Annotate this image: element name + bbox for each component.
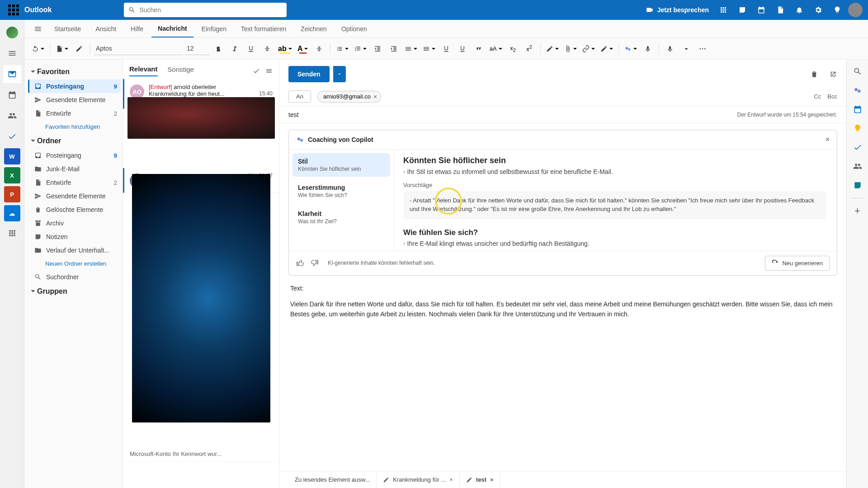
rr-todo[interactable]: [849, 139, 866, 155]
italic-button[interactable]: [227, 42, 242, 56]
close-tab-icon[interactable]: ×: [490, 476, 494, 483]
clear-format-button[interactable]: [312, 42, 326, 56]
rail-calendar[interactable]: [3, 86, 21, 104]
body-text[interactable]: Vielen Dank für Ihre netten Worte und da…: [290, 300, 835, 319]
folders-section[interactable]: Ordner: [28, 133, 121, 149]
thumbs-up-icon[interactable]: [296, 259, 304, 267]
bottom-tab-2[interactable]: Krankmeldung für ...×: [377, 471, 460, 488]
underline-button[interactable]: [244, 42, 258, 56]
search-input[interactable]: [139, 6, 282, 14]
hdr-icon-4[interactable]: [772, 2, 788, 18]
rail-item-1[interactable]: [3, 44, 21, 62]
remove-recipient-icon[interactable]: ×: [373, 93, 377, 100]
tab-help[interactable]: Hilfe: [124, 21, 150, 37]
rail-people[interactable]: [3, 107, 21, 125]
copilot-toolbar-button[interactable]: [623, 42, 639, 56]
to-button[interactable]: An: [288, 90, 311, 103]
nav-search-folder[interactable]: Suchordner: [28, 270, 121, 284]
tab-format[interactable]: Text formatieren: [235, 21, 292, 37]
mic-button[interactable]: [641, 42, 655, 56]
copilot-category-clarity[interactable]: Klarheit Was ist Ihr Ziel?: [292, 206, 390, 229]
hdr-icon-3[interactable]: [753, 2, 769, 18]
format-painter-button[interactable]: [72, 42, 86, 56]
tab-home[interactable]: Startseite: [48, 21, 87, 37]
settings-icon[interactable]: [810, 2, 826, 18]
font-color-button[interactable]: A: [296, 42, 310, 56]
signature-button[interactable]: [599, 42, 615, 56]
indent-button[interactable]: [387, 42, 401, 56]
close-copilot-icon[interactable]: ×: [826, 136, 830, 144]
discard-icon[interactable]: [810, 70, 818, 78]
hdr-icon-1[interactable]: [715, 2, 731, 18]
groups-section[interactable]: Gruppen: [28, 284, 121, 299]
rr-people[interactable]: [849, 158, 866, 174]
case-button[interactable]: aA: [488, 42, 504, 56]
regenerate-button[interactable]: Neu generieren: [765, 256, 830, 271]
nav-drafts-2[interactable]: Entwürfe2: [28, 176, 121, 189]
quote-button[interactable]: [472, 42, 486, 56]
copilot-category-sentiment[interactable]: Leserstimmung Wie fühlen Sie sich?: [292, 179, 390, 203]
nav-archive[interactable]: Archiv: [28, 216, 121, 230]
tab-draw[interactable]: Zeichnen: [294, 21, 333, 37]
subject-input[interactable]: [288, 111, 737, 118]
more-button[interactable]: [695, 42, 710, 56]
close-tab-icon[interactable]: ×: [449, 476, 453, 483]
tips-icon[interactable]: [829, 2, 845, 18]
other-tab[interactable]: Sonstige: [168, 66, 194, 76]
powerpoint-icon[interactable]: P: [4, 186, 20, 202]
nav-conversation[interactable]: Verlauf der Unterhalt...: [28, 244, 121, 257]
bottom-tab-3[interactable]: test×: [460, 471, 500, 488]
undo-button[interactable]: [30, 42, 46, 56]
excel-icon[interactable]: X: [4, 167, 20, 183]
meet-now-button[interactable]: Jetzt besprechen: [642, 6, 712, 14]
hamburger-icon[interactable]: [30, 21, 46, 37]
popout-icon[interactable]: [829, 70, 837, 78]
rail-mail[interactable]: [3, 65, 21, 83]
tab-insert[interactable]: Einfügen: [195, 21, 233, 37]
rr-add[interactable]: +: [849, 203, 866, 219]
nav-junk[interactable]: Junk-E-Mail: [28, 162, 121, 176]
superscript-button[interactable]: x2: [522, 42, 537, 56]
nav-notes[interactable]: Notizen: [28, 230, 121, 244]
rr-bookmark[interactable]: [849, 177, 866, 193]
link-button[interactable]: [580, 42, 597, 56]
bold-button[interactable]: [211, 42, 226, 56]
nav-drafts[interactable]: Entwürfe2: [28, 107, 121, 120]
nav-inbox-2[interactable]: Posteingang9: [28, 149, 121, 162]
cc-button[interactable]: Cc: [814, 93, 821, 100]
rr-cal[interactable]: [849, 101, 866, 117]
btn-a1[interactable]: [439, 42, 453, 56]
nav-sent[interactable]: Gesendete Elemente: [28, 93, 121, 107]
rr-note[interactable]: [849, 120, 866, 136]
app-launcher-icon[interactable]: [5, 2, 22, 18]
font-select[interactable]: [94, 42, 183, 55]
rr-copilot[interactable]: [849, 82, 866, 99]
onedrive-icon[interactable]: ☁: [4, 205, 20, 221]
nav-inbox[interactable]: Posteingang9: [28, 80, 121, 93]
filter-icon[interactable]: [265, 67, 273, 75]
tab-options[interactable]: Optionen: [335, 21, 373, 37]
compose-body[interactable]: Text: Vielen Dank für Ihre netten Worte …: [279, 280, 846, 471]
word-icon[interactable]: W: [4, 148, 20, 164]
highlight-button[interactable]: ab: [276, 42, 294, 56]
search-box[interactable]: [124, 3, 287, 17]
nav-deleted[interactable]: Gelöschte Elemente: [28, 203, 121, 216]
subscript-button[interactable]: x2: [506, 42, 520, 56]
hdr-icon-2[interactable]: [734, 2, 750, 18]
nav-sent-2[interactable]: Gesendete Elemente: [28, 189, 121, 203]
send-split-button[interactable]: [333, 66, 346, 82]
tab-view[interactable]: Ansicht: [89, 21, 123, 37]
spacing-button[interactable]: [421, 42, 437, 56]
rr-search[interactable]: [849, 63, 866, 80]
btn-c1[interactable]: [663, 42, 677, 56]
paste-button[interactable]: [54, 42, 70, 56]
bullets-button[interactable]: [334, 42, 350, 56]
bottom-tab-1[interactable]: Zu lesendes Element ausw...: [288, 471, 377, 488]
message-item[interactable]: Microsoft-Konto Ihr Kennwort wur...: [123, 446, 279, 462]
font-size-select[interactable]: [185, 42, 209, 55]
rail-more[interactable]: [3, 224, 21, 242]
rail-home[interactable]: [3, 23, 21, 42]
recipient-chip[interactable]: arnio93@gmail.co×: [317, 91, 381, 103]
tab-message[interactable]: Nachricht: [151, 20, 193, 38]
thumbs-down-icon[interactable]: [311, 259, 319, 267]
